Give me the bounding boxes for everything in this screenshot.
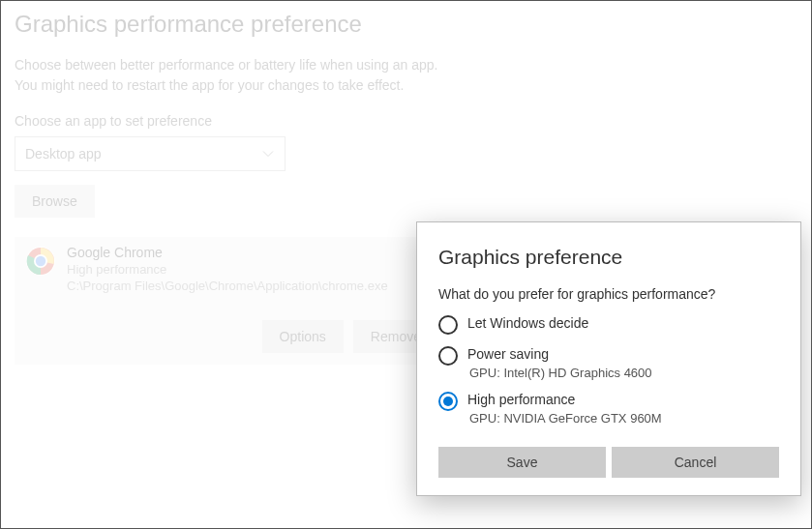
app-performance: High performance — [67, 262, 388, 277]
save-button[interactable]: Save — [438, 447, 606, 478]
radio-icon-selected — [438, 392, 458, 411]
radio-high-performance[interactable]: High performance GPU: NVIDIA GeForce GTX… — [438, 392, 779, 426]
app-type-select[interactable]: Desktop app — [15, 136, 286, 171]
browse-button[interactable]: Browse — [15, 185, 95, 218]
radio-icon — [438, 346, 458, 366]
desc-line-1: Choose between better performance or bat… — [15, 55, 797, 75]
page-description: Choose between better performance or bat… — [15, 55, 797, 96]
radio-group: Let Windows decide Power saving GPU: Int… — [438, 315, 779, 426]
page-title: Graphics performance preference — [15, 11, 797, 38]
dialog-question: What do you prefer for graphics performa… — [438, 286, 779, 302]
dialog-title: Graphics preference — [438, 246, 779, 269]
radio-label: Let Windows decide — [467, 315, 588, 331]
app-list-row[interactable]: Google Chrome High performance C:\Progra… — [15, 237, 450, 301]
radio-power-saving[interactable]: Power saving GPU: Intel(R) HD Graphics 4… — [438, 346, 779, 380]
graphics-preference-dialog: Graphics preference What do you prefer f… — [416, 221, 801, 496]
radio-let-windows-decide[interactable]: Let Windows decide — [438, 315, 779, 335]
radio-label: Power saving — [467, 346, 652, 362]
radio-sublabel: GPU: NVIDIA GeForce GTX 960M — [469, 411, 662, 426]
app-path: C:\Program Files\Google\Chrome\Applicati… — [67, 279, 388, 293]
svg-point-3 — [36, 256, 45, 266]
app-type-value: Desktop app — [25, 146, 102, 162]
app-row-actions: Options Remove — [15, 301, 450, 365]
options-button[interactable]: Options — [262, 320, 344, 353]
choose-app-label: Choose an app to set preference — [15, 113, 797, 129]
desc-line-2: You might need to restart the app for yo… — [15, 75, 797, 96]
app-name: Google Chrome — [67, 245, 388, 260]
radio-sublabel: GPU: Intel(R) HD Graphics 4600 — [469, 366, 652, 380]
chrome-icon — [26, 247, 55, 276]
radio-label: High performance — [467, 392, 662, 407]
chevron-down-icon — [261, 147, 275, 161]
radio-dot-icon — [443, 397, 453, 406]
cancel-button[interactable]: Cancel — [612, 447, 779, 478]
radio-icon — [438, 315, 458, 335]
